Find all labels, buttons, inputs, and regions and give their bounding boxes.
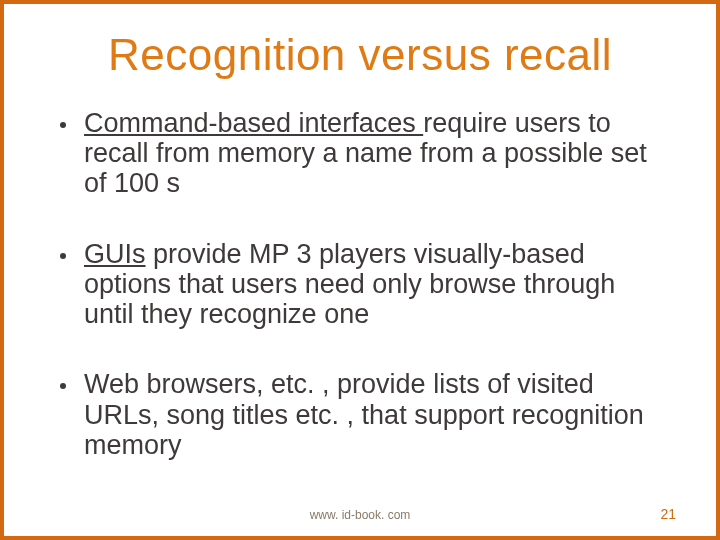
page-number: 21 — [660, 506, 676, 522]
bullet-text: GUIs provide MP 3 players visually-based… — [84, 239, 660, 330]
bullet-dot-icon — [60, 383, 66, 389]
bullet-rest: Web browsers, etc. , provide lists of vi… — [84, 369, 644, 459]
bullet-rest: provide MP 3 players visually-based opti… — [84, 239, 615, 329]
bullet-item: GUIs provide MP 3 players visually-based… — [60, 239, 660, 330]
bullet-underlined: GUIs — [84, 239, 146, 269]
bullet-item: Command-based interfaces require users t… — [60, 108, 660, 199]
bullet-dot-icon — [60, 122, 66, 128]
slide-body: Command-based interfaces require users t… — [4, 108, 716, 460]
slide-title: Recognition versus recall — [4, 30, 716, 80]
bullet-dot-icon — [60, 253, 66, 259]
bullet-text: Web browsers, etc. , provide lists of vi… — [84, 369, 660, 460]
slide: Recognition versus recall Command-based … — [0, 0, 720, 540]
footer-url: www. id-book. com — [4, 508, 716, 522]
bullet-text: Command-based interfaces require users t… — [84, 108, 660, 199]
bullet-underlined: Command-based interfaces — [84, 108, 423, 138]
bullet-item: Web browsers, etc. , provide lists of vi… — [60, 369, 660, 460]
